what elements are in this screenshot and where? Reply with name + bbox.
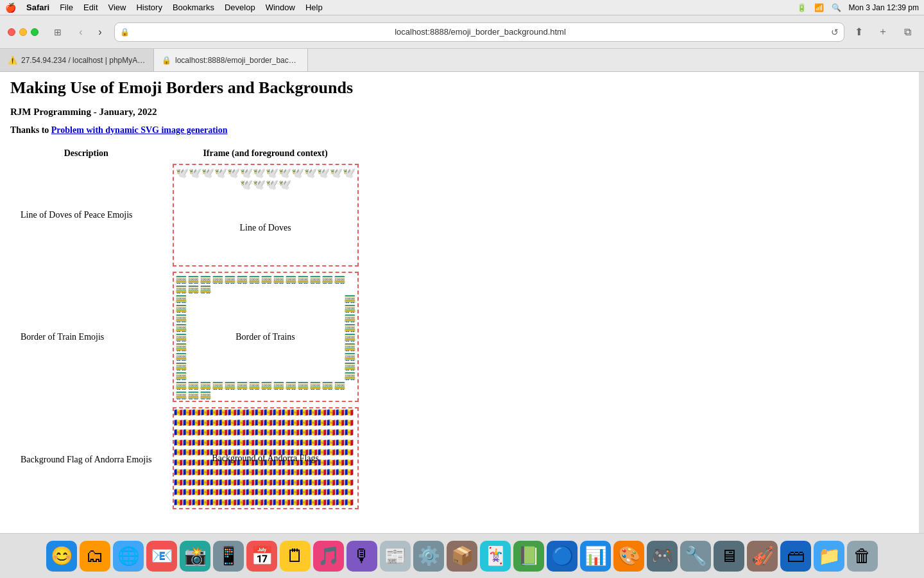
tab2-title: localhost:8888/emoji_border_background.h… [175, 56, 300, 65]
tab-phpmyadmin[interactable]: ⚠️ 27.54.94.234 / localhost | phpMyAdmin… [0, 49, 154, 71]
dock-icon[interactable]: 📅 [246, 541, 277, 572]
traffic-lights [8, 28, 38, 36]
dock-icon[interactable]: 🌐 [113, 541, 144, 572]
row1-iframe: 🕊️🕊️🕊️🕊️🕊️🕊️🕊️🕊️🕊️🕊️🕊️🕊️🕊️🕊️🕊️🕊️🕊️🕊️ Lin… [162, 161, 369, 269]
train-right-col: 🚃🚃🚃🚃🚃🚃🚃🚃🚃 [344, 293, 356, 380]
train-top-row: 🚃🚃🚃🚃🚃🚃🚃🚃🚃🚃🚃🚃🚃🚃🚃🚃🚃 [175, 274, 356, 293]
thanks-link[interactable]: Problem with dynamic SVG image generatio… [51, 125, 228, 135]
train-bottom-row: 🚃🚃🚃🚃🚃🚃🚃🚃🚃🚃🚃🚃🚃🚃🚃🚃🚃 [175, 380, 356, 399]
dock-icon[interactable]: 😊 [46, 541, 77, 572]
train-left-col: 🚃🚃🚃🚃🚃🚃🚃🚃🚃 [175, 293, 187, 380]
trains-iframe-box: 🚃🚃🚃🚃🚃🚃🚃🚃🚃🚃🚃🚃🚃🚃🚃🚃🚃 🚃🚃🚃🚃🚃🚃🚃🚃🚃 Border of Tr… [173, 272, 359, 402]
menu-bar-right: 🔋 📶 🔍 Mon 3 Jan 12:39 pm [797, 3, 919, 12]
dock-icon[interactable]: 🗒 [280, 541, 311, 572]
row1-description: Line of Doves of Peace Emojis [10, 161, 162, 269]
battery-icon: 🔋 [797, 3, 807, 12]
main-table: Description Iframe (and foreground conte… [10, 146, 369, 514]
dock-icon[interactable]: ⚙️ [413, 541, 444, 572]
andorra-fg-text: Background of Andorra Flags [174, 408, 357, 508]
dock: 😊🗂🌐📧📸📱📅🗒🎵🎙📰⚙️📦🃏📗🔵📊🎨🎮🔧🖥🎻🗃📁🗑 [0, 533, 924, 578]
dove-content-area: Line of Doves [174, 193, 357, 263]
dock-icon[interactable]: 📊 [580, 541, 611, 572]
dock-icon[interactable]: 📧 [146, 541, 177, 572]
doves-iframe-box: 🕊️🕊️🕊️🕊️🕊️🕊️🕊️🕊️🕊️🕊️🕊️🕊️🕊️🕊️🕊️🕊️🕊️🕊️ Lin… [173, 164, 359, 267]
col1-header: Description [10, 146, 162, 161]
page-content: Making Use of Emoji Borders and Backgrou… [0, 72, 924, 533]
row2-description: Border of Train Emojis [10, 269, 162, 405]
andorra-label: Background of Andorra Flags [212, 453, 319, 464]
dock-icon[interactable]: 📸 [180, 541, 210, 572]
tab2-favicon: 🔒 [162, 56, 171, 65]
new-tab-button[interactable]: ＋ [874, 25, 892, 39]
col2-header: Iframe (and foreground context) [162, 146, 369, 161]
table-row: Background Flag of Andorra Emojis 🇦🇩🇦🇩🇦🇩… [10, 405, 369, 514]
nav-buttons: ‹ › [72, 25, 109, 39]
clock: Mon 3 Jan 12:39 pm [849, 3, 919, 12]
tabs-bar: ⚠️ 27.54.94.234 / localhost | phpMyAdmin… [0, 49, 924, 72]
minimize-button[interactable] [19, 28, 27, 36]
fullscreen-button[interactable] [31, 28, 38, 36]
dock-icon[interactable]: 📦 [447, 541, 477, 572]
menu-history[interactable]: History [136, 3, 162, 12]
lock-icon: 🔒 [120, 28, 130, 37]
row2-iframe: 🚃🚃🚃🚃🚃🚃🚃🚃🚃🚃🚃🚃🚃🚃🚃🚃🚃 🚃🚃🚃🚃🚃🚃🚃🚃🚃 Border of Tr… [162, 269, 369, 405]
andorra-iframe-box: 🇦🇩🇦🇩🇦🇩🇦🇩🇦🇩🇦🇩🇦🇩🇦🇩🇦🇩🇦🇩🇦🇩🇦🇩🇦🇩🇦🇩🇦🇩🇦🇩🇦🇩🇦🇩🇦🇩🇦🇩… [173, 407, 359, 509]
menu-bookmarks[interactable]: Bookmarks [173, 3, 214, 12]
dove-line: 🕊️🕊️🕊️🕊️🕊️🕊️🕊️🕊️🕊️🕊️🕊️🕊️🕊️🕊️🕊️🕊️🕊️🕊️ [174, 165, 357, 193]
dock-icon[interactable]: 🔵 [547, 541, 578, 572]
apple-logo[interactable]: 🍎 [5, 3, 16, 13]
train-side-rows: 🚃🚃🚃🚃🚃🚃🚃🚃🚃 Border of Trains 🚃🚃🚃🚃🚃🚃🚃🚃🚃 [175, 293, 356, 380]
dock-icon[interactable]: 🗑 [847, 541, 878, 572]
address-text: localhost:8888/emoji_border_background.h… [133, 27, 827, 37]
row3-description: Background Flag of Andorra Emojis [10, 405, 162, 514]
menu-edit[interactable]: Edit [83, 3, 98, 12]
menu-bar: 🍎 Safari File Edit View History Bookmark… [0, 0, 924, 15]
page-thanks: Thanks to Problem with dynamic SVG image… [10, 125, 914, 136]
wifi-icon: 📶 [814, 3, 824, 12]
dock-icon[interactable]: 🎵 [313, 541, 344, 572]
dock-icon[interactable]: 🎮 [647, 541, 678, 572]
row3-iframe: 🇦🇩🇦🇩🇦🇩🇦🇩🇦🇩🇦🇩🇦🇩🇦🇩🇦🇩🇦🇩🇦🇩🇦🇩🇦🇩🇦🇩🇦🇩🇦🇩🇦🇩🇦🇩🇦🇩🇦🇩… [162, 405, 369, 514]
menu-safari[interactable]: Safari [26, 3, 49, 12]
close-button[interactable] [8, 28, 15, 36]
sidebar-toggle-button[interactable]: ⊞ [49, 25, 67, 39]
dock-icon[interactable]: 📗 [513, 541, 544, 572]
menu-develop[interactable]: Develop [225, 3, 255, 12]
tab-overview-button[interactable]: ⧉ [898, 25, 916, 39]
menu-view[interactable]: View [108, 3, 126, 12]
page-subtitle: RJM Programming - January, 2022 [10, 107, 914, 118]
dock-icon[interactable]: 🗂 [80, 541, 110, 572]
dock-icon[interactable]: 📰 [380, 541, 411, 572]
train-center-label: Border of Trains [187, 293, 344, 380]
dove-label: Line of Doves [239, 223, 291, 233]
browser-chrome: ⊞ ‹ › 🔒 localhost:8888/emoji_border_back… [0, 15, 924, 72]
toolbar-actions: ⬆ ＋ ⧉ [850, 25, 916, 39]
share-button[interactable]: ⬆ [850, 25, 868, 39]
dock-icon[interactable]: 🃏 [480, 541, 511, 572]
dock-icon[interactable]: 🖥 [714, 541, 744, 572]
browser-toolbar: ⊞ ‹ › 🔒 localhost:8888/emoji_border_back… [0, 15, 924, 49]
dock-icon[interactable]: 🗃 [780, 541, 811, 572]
dock-icon[interactable]: 🔧 [680, 541, 711, 572]
tab-emoji-border[interactable]: 🔒 localhost:8888/emoji_border_background… [154, 49, 308, 71]
menu-help[interactable]: Help [305, 3, 323, 12]
dock-icon[interactable]: 📁 [814, 541, 844, 572]
andorra-bg-wrapper: 🇦🇩🇦🇩🇦🇩🇦🇩🇦🇩🇦🇩🇦🇩🇦🇩🇦🇩🇦🇩🇦🇩🇦🇩🇦🇩🇦🇩🇦🇩🇦🇩🇦🇩🇦🇩🇦🇩🇦🇩… [174, 408, 357, 508]
search-icon[interactable]: 🔍 [832, 3, 841, 12]
back-button[interactable]: ‹ [72, 25, 90, 39]
dock-icon[interactable]: 📱 [213, 541, 244, 572]
dock-icon[interactable]: 🎙 [346, 541, 377, 572]
menu-window[interactable]: Window [266, 3, 295, 12]
page-title: Making Use of Emoji Borders and Backgrou… [10, 78, 914, 98]
dock-icon[interactable]: 🎻 [747, 541, 778, 572]
reload-button[interactable]: ↺ [831, 27, 839, 37]
thanks-prefix: Thanks to [10, 125, 51, 135]
table-row: Line of Doves of Peace Emojis 🕊️🕊️🕊️🕊️🕊️… [10, 161, 369, 269]
page-wrapper: Making Use of Emoji Borders and Backgrou… [0, 72, 924, 533]
scrollbar[interactable] [919, 72, 924, 533]
forward-button[interactable]: › [91, 25, 109, 39]
dock-icon[interactable]: 🎨 [613, 541, 644, 572]
tab1-favicon: ⚠️ [8, 56, 17, 65]
menu-file[interactable]: File [60, 3, 73, 12]
address-bar[interactable]: 🔒 localhost:8888/emoji_border_background… [114, 22, 844, 42]
